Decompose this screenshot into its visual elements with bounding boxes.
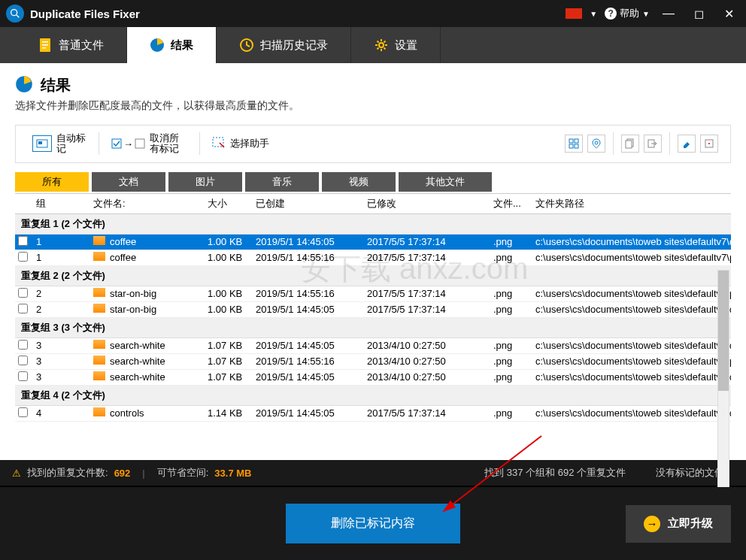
cell-name: star-on-big [93,304,208,315]
minimize-button[interactable]: — [657,2,680,25]
history-icon [239,38,254,53]
maximize-button[interactable]: ◻ [687,2,710,25]
row-checkbox[interactable] [18,236,28,246]
cell-created: 2019/5/1 14:55:16 [256,252,367,263]
svg-rect-5 [42,47,46,49]
main-tabs: 普通文件 结果 扫描历史记录 设置 [0,27,746,63]
table-row[interactable]: 1coffee1.00 KB2019/5/1 14:45:052017/5/5 … [15,235,731,250]
cell-size: 1.00 KB [208,252,256,263]
cell-ext: .png [493,407,535,419]
image-file-icon [93,304,105,313]
group-header[interactable]: 重复组 3 (3 个文件) [15,318,731,338]
row-checkbox[interactable] [18,356,28,365]
image-file-icon [93,236,105,245]
group-header[interactable]: 重复组 4 (2 个文件) [15,386,731,406]
row-checkbox[interactable] [18,340,28,350]
filter-docs[interactable]: 文档 [92,172,165,192]
tab-normal-files[interactable]: 普通文件 [15,27,127,63]
cell-name: coffee [93,236,208,247]
table-row[interactable]: 3search-white1.07 KB2019/5/1 14:55:16201… [15,354,731,370]
table-row[interactable]: 3search-white1.07 KB2019/5/1 14:45:05201… [15,338,731,354]
upgrade-button[interactable]: → 立即升级 [626,505,731,543]
group-header[interactable]: 重复组 2 (2 个文件) [15,266,731,286]
eraser-button[interactable] [678,135,696,153]
svg-rect-11 [38,141,42,144]
titlebar: Duplicate Files Fixer ▼ ? 帮助 ▼ — ◻ ✕ [0,0,746,27]
cell-size: 1.00 KB [208,288,256,299]
filter-video[interactable]: 视频 [322,172,396,192]
move-button[interactable] [644,135,662,153]
cell-ext: .png [493,288,535,299]
image-file-icon [93,288,105,297]
arrow-right-icon: → [644,516,660,532]
help-button[interactable]: ? 帮助 ▼ [605,7,650,20]
cell-size: 1.07 KB [208,371,256,383]
scrollbar-thumb[interactable] [718,271,729,391]
language-flag-icon[interactable] [566,8,582,19]
tab-results[interactable]: 结果 [127,27,217,63]
table-row[interactable]: 2star-on-big1.00 KB2019/5/1 14:45:052017… [15,302,731,318]
col-created[interactable]: 已创建 [256,197,367,210]
help-label: 帮助 [620,7,639,20]
close-button[interactable]: ✕ [717,2,740,25]
table-row[interactable]: 3search-white1.07 KB2019/5/1 14:45:05201… [15,370,731,386]
cell-path: c:\users\cs\documents\toweb sites\defaul… [535,252,731,263]
copy-button[interactable] [621,135,639,153]
col-name[interactable]: 文件名: [93,197,208,210]
location-button[interactable] [587,135,605,153]
row-checkbox[interactable] [18,288,28,298]
grid-view-button[interactable] [565,135,583,153]
group-header[interactable]: 重复组 1 (2 个文件) [15,214,731,235]
filter-tabs: 所有 文档 图片 音乐 视频 其他文件 [15,172,731,192]
cell-modified: 2017/5/5 17:37:14 [367,407,493,419]
cell-path: c:\users\cs\documents\toweb sites\defaul… [535,304,731,315]
row-checkbox[interactable] [18,371,28,381]
document-icon [38,38,53,53]
tab-settings[interactable]: 设置 [351,27,441,63]
checkbox-arrow-icon: → [111,138,145,150]
col-ext[interactable]: 文件... [493,197,535,210]
export-button[interactable] [700,135,718,153]
cell-group: 1 [33,236,93,247]
pie-chart-icon [15,75,33,96]
image-file-icon [93,252,105,261]
delete-marked-button[interactable]: 删除已标记内容 [286,504,460,543]
table-row[interactable]: 1coffee1.00 KB2019/5/1 14:55:162017/5/5 … [15,250,731,266]
app-title: Duplicate Files Fixer [30,8,566,20]
content-area: 结果 选择文件并删除匹配度最高的文件，以获得最高质量的文件。 自动标记 → 取消… [0,63,746,460]
cell-size: 1.07 KB [208,340,256,351]
selection-helper-button[interactable]: 选择助手 [208,134,274,154]
cell-ext: .png [493,340,535,351]
col-group[interactable]: 组 [33,197,93,210]
row-checkbox[interactable] [18,407,28,417]
filter-music[interactable]: 音乐 [245,172,319,192]
col-modified[interactable]: 已修改 [367,197,493,210]
cell-ext: .png [493,236,535,247]
filter-images[interactable]: 图片 [168,172,242,192]
dropdown-arrow-icon[interactable]: ▼ [590,10,597,18]
upgrade-label: 立即升级 [668,516,713,531]
grid-header: 组 文件名: 大小 已创建 已修改 文件... 文件夹路径 [15,193,731,214]
dup-count-value: 692 [114,468,131,479]
tool-label: 取消所有标记 [150,133,187,155]
cell-created: 2019/5/1 14:45:05 [256,236,367,247]
cell-name: star-on-big [93,288,208,299]
filter-other[interactable]: 其他文件 [399,172,492,192]
table-row[interactable]: 4controls1.14 KB2019/5/1 14:45:052017/5/… [15,406,731,422]
tab-history[interactable]: 扫描历史记录 [217,27,351,63]
grid-body[interactable]: 重复组 1 (2 个文件)1coffee1.00 KB2019/5/1 14:4… [15,214,731,438]
col-path[interactable]: 文件夹路径 [535,197,731,210]
cell-created: 2019/5/1 14:45:05 [256,304,367,315]
statusbar: ⚠ 找到的重复文件数: 692 | 可节省空间: 33.7 MB 找到 337 … [0,460,746,487]
scrollbar[interactable] [717,270,729,504]
row-checkbox[interactable] [18,304,28,313]
row-checkbox[interactable] [18,252,28,262]
unmark-all-button[interactable]: → 取消所有标记 [107,130,192,158]
col-size[interactable]: 大小 [208,197,256,210]
automark-button[interactable]: 自动标记 [28,130,91,158]
filter-all[interactable]: 所有 [15,172,89,192]
cell-ext: .png [493,371,535,383]
table-row[interactable]: 2star-on-big1.00 KB2019/5/1 14:55:162017… [15,286,731,302]
cell-ext: .png [493,356,535,367]
cell-created: 2019/5/1 14:45:05 [256,340,367,351]
